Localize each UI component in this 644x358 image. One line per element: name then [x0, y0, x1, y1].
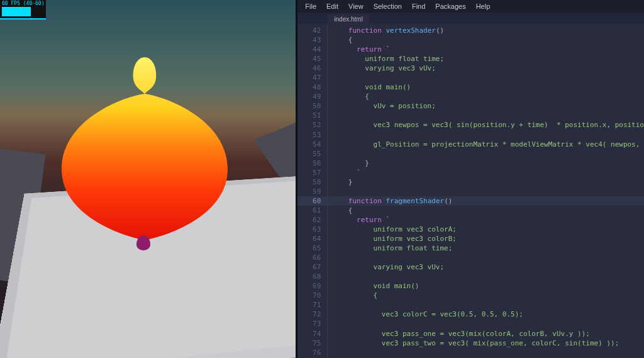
- editor-tabbar: index.html: [297, 13, 644, 24]
- menu-selection[interactable]: Selection: [370, 1, 406, 11]
- code-line[interactable]: void main(): [328, 281, 644, 291]
- code-line[interactable]: vUv = position;: [328, 101, 644, 111]
- code-line[interactable]: vec3 newpos = vec3( sin(position.y + tim…: [328, 120, 644, 130]
- code-area[interactable]: 4243444546474849505152535455565758596061…: [297, 24, 644, 358]
- menu-packages[interactable]: Packages: [431, 1, 469, 11]
- webgl-viewport[interactable]: 60 FPS (40-60): [0, 0, 296, 358]
- code-editor: File Edit View Selection Find Packages H…: [297, 0, 644, 358]
- shader-mesh: [50, 53, 239, 242]
- code-text[interactable]: function vertexShader() { return ` unifo…: [328, 24, 644, 358]
- code-line[interactable]: return `: [328, 215, 644, 225]
- code-line[interactable]: uniform vec3 colorA;: [328, 225, 644, 234]
- code-line[interactable]: function vertexShader(): [328, 26, 644, 35]
- code-line[interactable]: }: [328, 159, 644, 168]
- tab-index-html[interactable]: index.html: [328, 14, 369, 24]
- code-line[interactable]: varying vec3 vUv;: [328, 64, 644, 73]
- fps-counter: 60 FPS (40-60): [0, 0, 46, 20]
- code-line[interactable]: [328, 348, 644, 357]
- fps-readout: 60 FPS (40-60): [2, 1, 44, 6]
- code-line[interactable]: [328, 149, 644, 159]
- code-line[interactable]: [328, 300, 644, 310]
- code-line[interactable]: [328, 272, 644, 281]
- code-line[interactable]: {: [328, 35, 644, 45]
- line-number-gutter: 4243444546474849505152535455565758596061…: [297, 24, 328, 358]
- code-line[interactable]: varying vec3 vUv;: [328, 262, 644, 272]
- code-line[interactable]: function fragmentShader(): [328, 196, 644, 206]
- menu-help[interactable]: Help: [472, 1, 494, 11]
- menu-view[interactable]: View: [345, 1, 367, 11]
- editor-menubar: File Edit View Selection Find Packages H…: [297, 0, 644, 13]
- menu-find[interactable]: Find: [408, 1, 429, 11]
- code-line[interactable]: `: [328, 168, 644, 177]
- code-line[interactable]: vec3 pass_one = vec3(mix(colorA, colorB,…: [328, 329, 644, 338]
- code-line[interactable]: vec3 pass_two = vec3( mix(pass_one, colo…: [328, 338, 644, 348]
- code-line[interactable]: [328, 319, 644, 328]
- shader-mesh-tip: [136, 235, 150, 250]
- fps-graph: [2, 7, 31, 16]
- code-line[interactable]: {: [328, 291, 644, 300]
- menu-edit[interactable]: Edit: [323, 1, 342, 11]
- code-line[interactable]: vec3 colorC = vec3(0.5, 0.5, 0.5);: [328, 310, 644, 319]
- code-line[interactable]: }: [328, 177, 644, 187]
- code-line[interactable]: return `: [328, 45, 644, 54]
- code-line[interactable]: [328, 187, 644, 196]
- code-line[interactable]: [328, 73, 644, 82]
- code-line[interactable]: void main(): [328, 82, 644, 92]
- code-line[interactable]: gl_Position = projectionMatrix * modelVi…: [328, 140, 644, 149]
- code-line[interactable]: {: [328, 92, 644, 101]
- code-line[interactable]: [328, 111, 644, 120]
- code-line[interactable]: {: [328, 206, 644, 215]
- menu-file[interactable]: File: [301, 1, 320, 11]
- code-line[interactable]: uniform float time;: [328, 243, 644, 253]
- code-line[interactable]: [328, 130, 644, 140]
- code-line[interactable]: uniform vec3 colorB;: [328, 234, 644, 243]
- code-line[interactable]: [328, 253, 644, 262]
- code-line[interactable]: uniform float time;: [328, 54, 644, 64]
